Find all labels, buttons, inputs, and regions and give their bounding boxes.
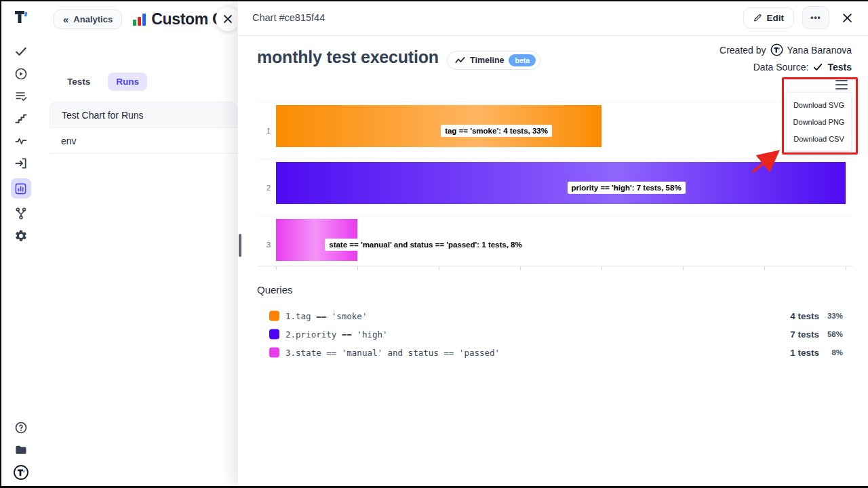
stairs-icon xyxy=(14,112,28,125)
sidebar-item-pulse[interactable] xyxy=(12,134,30,148)
chart-title: monthly test execution xyxy=(257,47,439,67)
query-text: 3.state == 'manual' and status == 'passe… xyxy=(285,347,500,357)
burger-line xyxy=(835,80,848,81)
timeline-bar-chart: 1 tag == 'smoke': 4 tests, 33% 2 priorit… xyxy=(258,102,852,272)
query-tests-count: 4 tests xyxy=(790,310,819,321)
timeline-bar[interactable] xyxy=(276,162,846,204)
back-button-label: Analytics xyxy=(73,14,113,24)
question-circle-icon xyxy=(14,421,28,434)
logo-circle-icon xyxy=(13,464,29,481)
red-bar xyxy=(138,17,141,26)
query-legend-row: 3.state == 'manual' and status == 'passe… xyxy=(238,343,868,361)
bar-data-label: state == 'manual' and status == 'passed'… xyxy=(325,239,526,251)
bar-data-label: tag == 'smoke': 4 tests, 33% xyxy=(441,125,552,137)
data-source-line: Data Source: Tests xyxy=(753,62,852,73)
query-tests-count: 7 tests xyxy=(790,329,819,339)
close-icon xyxy=(223,14,233,24)
query-percent: 8% xyxy=(831,348,843,357)
custom-charts-icon xyxy=(133,12,146,26)
data-source-value: Tests xyxy=(827,62,852,73)
ellipsis-icon: ••• xyxy=(810,13,821,22)
query-percent: 58% xyxy=(827,330,843,338)
sign-in-icon xyxy=(14,157,28,170)
queries-heading: Queries xyxy=(257,284,293,296)
bar-category-label: 3 xyxy=(258,241,271,249)
logo-t-icon xyxy=(14,9,28,25)
check-icon xyxy=(14,45,28,58)
bar-data-label: priority == 'high': 7 tests, 58% xyxy=(568,182,686,194)
sidebar-item-analytics[interactable] xyxy=(11,178,31,199)
tab-runs[interactable]: Runs xyxy=(108,73,147,91)
query-color-swatch xyxy=(269,310,279,321)
panel-header: « Analytics Custom Charts xyxy=(40,5,237,33)
query-text: 1.tag == 'smoke' xyxy=(285,310,367,321)
scrollbar-thumb[interactable] xyxy=(239,234,241,257)
data-source-label: Data Source: xyxy=(753,62,809,73)
chart-modal: Chart #ce815f44 Edit ••• monthly test ex… xyxy=(237,0,868,486)
sidebar-item-account[interactable] xyxy=(12,465,30,480)
query-color-swatch xyxy=(269,347,279,357)
created-by-label: Created by xyxy=(719,45,766,56)
panel-close-button[interactable] xyxy=(216,7,240,31)
query-color-swatch xyxy=(269,329,279,339)
list-item-env[interactable]: env xyxy=(50,128,237,154)
download-menu-item[interactable]: Download SVG xyxy=(787,96,851,113)
sidebar-item-settings[interactable] xyxy=(12,228,30,243)
list-item-test-chart-for-runs[interactable]: Test Chart for Runs xyxy=(50,102,237,128)
folder-icon xyxy=(14,443,28,457)
sidebar-item-docs[interactable] xyxy=(12,443,30,458)
sidebar-item-import[interactable] xyxy=(12,156,30,171)
tab-tests[interactable]: Tests xyxy=(59,73,98,91)
burger-line xyxy=(835,88,848,89)
more-actions-button[interactable]: ••• xyxy=(802,6,829,29)
query-legend-row: 2.priority == 'high' 7 tests 58% xyxy=(238,325,868,343)
timeline-toggle-button[interactable]: Timeline beta xyxy=(447,51,540,70)
bar-category-label: 1 xyxy=(258,127,271,135)
chart-row: 1 tag == 'smoke': 4 tests, 33% xyxy=(258,102,852,159)
trend-line-icon xyxy=(455,56,465,64)
query-text: 2.priority == 'high' xyxy=(285,329,388,339)
sidebar-item-plans[interactable] xyxy=(12,89,30,104)
query-percent: 33% xyxy=(827,312,843,320)
beta-badge: beta xyxy=(509,54,536,66)
pencil-icon xyxy=(753,14,762,22)
sidebar-item-runs[interactable] xyxy=(12,66,30,81)
bar-chart-icon xyxy=(14,182,27,195)
blue-bar xyxy=(142,14,146,26)
chart-menu-button[interactable] xyxy=(835,80,848,89)
modal-close-button[interactable] xyxy=(837,8,856,27)
author-avatar xyxy=(770,43,783,56)
query-tests-count: 1 tests xyxy=(790,347,819,357)
queries-list: 1.tag == 'smoke' 4 tests 33% 2.priority … xyxy=(238,306,868,361)
tabs: Tests Runs xyxy=(59,73,147,91)
sidebar-item-milestones[interactable] xyxy=(12,111,30,126)
list-check-icon xyxy=(14,89,28,103)
check-icon xyxy=(813,63,823,71)
back-to-analytics-button[interactable]: « Analytics xyxy=(54,9,122,29)
timeline-label: Timeline xyxy=(470,56,504,65)
download-menu: Download SVGDownload PNGDownload CSV xyxy=(786,92,852,151)
download-menu-item[interactable]: Download PNG xyxy=(787,113,851,130)
download-menu-item[interactable]: Download CSV xyxy=(787,130,851,147)
icon-rail xyxy=(1,1,41,486)
edit-button[interactable]: Edit xyxy=(743,7,795,28)
modal-title: Chart #ce815f44 xyxy=(252,12,325,23)
query-legend-row: 1.tag == 'smoke' 4 tests 33% xyxy=(238,306,868,325)
edit-button-label: Edit xyxy=(767,13,785,23)
sidebar-item-branches[interactable] xyxy=(12,206,30,221)
timeline-bar[interactable] xyxy=(276,105,601,147)
back-chevrons-icon: « xyxy=(63,14,68,24)
sidebar-item-tests[interactable] xyxy=(12,44,30,59)
chart-row: 3 state == 'manual' and status == 'passe… xyxy=(258,216,852,272)
chart-list: Test Chart for Runs env xyxy=(50,102,237,154)
author-name: Yana Baranova xyxy=(787,45,852,56)
pulse-icon xyxy=(14,134,28,148)
analytics-panel: « Analytics Custom Charts Tests Runs Tes… xyxy=(40,1,237,486)
play-circle-icon xyxy=(14,67,28,81)
logo-circle-icon xyxy=(770,43,783,56)
modal-header: Chart #ce815f44 Edit ••• xyxy=(238,0,868,36)
burger-line xyxy=(835,84,848,85)
app-logo xyxy=(1,9,40,25)
sidebar-item-help[interactable] xyxy=(12,420,30,435)
chart-row: 2 priority == 'high': 7 tests, 58% xyxy=(258,159,852,216)
